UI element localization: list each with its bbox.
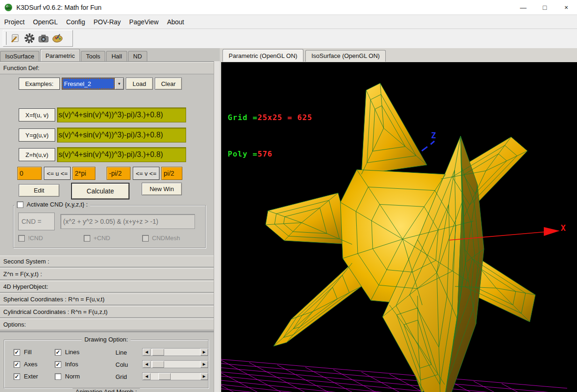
drawing-option-legend: Drawing Option: bbox=[81, 336, 130, 343]
grid-slider-label: Grid bbox=[115, 373, 127, 380]
u-min-input[interactable]: 0 bbox=[17, 167, 42, 180]
cndmesh-label: CNDMesh bbox=[152, 235, 180, 242]
maximize-button[interactable]: □ bbox=[534, 0, 555, 15]
slider-right-arrow-icon[interactable]: ▶ bbox=[200, 373, 208, 380]
palette-icon[interactable] bbox=[50, 31, 65, 45]
exter-checkbox[interactable]: ✓ bbox=[14, 373, 20, 380]
fill-checkbox[interactable]: ✓ bbox=[14, 349, 20, 356]
examples-combobox[interactable]: Fresnel_2 ▼ bbox=[62, 78, 124, 90]
tab-nd[interactable]: ND bbox=[128, 51, 147, 61]
lines-checkbox[interactable]: ✓ bbox=[55, 349, 61, 356]
new-win-button[interactable]: New Win bbox=[142, 183, 182, 195]
view-tab-bar: Parametric (OpenGL ON) IsoSurface (OpenG… bbox=[223, 49, 388, 62]
left-tab-bar: IsoSurface Parametric Tools Hall ND bbox=[0, 49, 148, 61]
axes-label: Axes bbox=[24, 361, 37, 368]
axes-checkbox[interactable]: ✓ bbox=[14, 361, 20, 368]
u-max-input[interactable]: 2*pi bbox=[72, 167, 95, 180]
options-content: Drawing Option: ✓ Fill ✓ Lines ✓ Axes ✓ … bbox=[0, 331, 214, 392]
close-button[interactable]: × bbox=[555, 0, 577, 15]
cnd-expression-input[interactable]: (x^2 + y^2 > 0.05) & (x+y+z > -1) bbox=[60, 214, 195, 229]
floor-grid bbox=[221, 356, 577, 392]
chevron-down-icon[interactable]: ▼ bbox=[115, 78, 123, 89]
slider-right-arrow-icon[interactable]: ▶ bbox=[200, 361, 208, 368]
z-function-label: Z=h(u,v) bbox=[19, 148, 55, 161]
infos-checkbox[interactable]: ✓ bbox=[55, 361, 61, 368]
menu-pageview[interactable]: PageView bbox=[125, 15, 163, 29]
tab-hall[interactable]: Hall bbox=[106, 51, 127, 61]
window-title: K3DSurf v0.6.2: Math for Fun bbox=[16, 4, 101, 11]
section-options[interactable]: Options: bbox=[0, 319, 214, 330]
menu-project[interactable]: Project bbox=[0, 15, 29, 29]
toolbar bbox=[0, 29, 577, 48]
colu-slider-label: Colu bbox=[115, 361, 128, 368]
combobox-selected-value: Fresnel_2 bbox=[62, 78, 115, 89]
title-bar: K3DSurf v0.6.2: Math for Fun — □ × bbox=[0, 0, 577, 15]
menu-povray[interactable]: POV-Ray bbox=[89, 15, 125, 29]
grid-info-label: Grid = bbox=[228, 113, 258, 122]
norm-checkbox[interactable] bbox=[55, 373, 61, 380]
slider-left-arrow-icon[interactable]: ◀ bbox=[143, 373, 151, 380]
line-slider[interactable]: ◀ ▶ bbox=[142, 348, 209, 356]
not-cnd-label: !CND bbox=[28, 235, 43, 242]
notepad-icon[interactable] bbox=[8, 31, 22, 45]
slider-left-arrow-icon[interactable]: ◀ bbox=[143, 361, 151, 368]
fill-label: Fill bbox=[24, 349, 32, 356]
menu-opengl[interactable]: OpenGL bbox=[29, 15, 62, 29]
examples-button[interactable]: Examples: bbox=[19, 78, 60, 90]
v-max-input[interactable]: pi/2 bbox=[161, 167, 182, 180]
section-4d-hyperobject[interactable]: 4D HyperObject: bbox=[0, 281, 214, 292]
section-zn-fxyt[interactable]: Z^n = F(x,y,t) : bbox=[0, 268, 214, 280]
edit-button[interactable]: Edit bbox=[19, 184, 59, 197]
view-tab-parametric[interactable]: Parametric (OpenGL ON) bbox=[223, 49, 303, 62]
viewport-info: Grid =25x25 = 625 Poly =576 bbox=[228, 87, 312, 185]
panel-scrollbar[interactable] bbox=[214, 61, 220, 392]
x-function-label: X=f(u, v) bbox=[19, 108, 55, 121]
calculate-button[interactable]: Calculate bbox=[71, 183, 130, 200]
tab-parametric[interactable]: Parametric bbox=[40, 49, 80, 61]
infos-label: Infos bbox=[65, 361, 78, 368]
z-axis-label: Z bbox=[431, 131, 436, 140]
camera-icon[interactable] bbox=[36, 31, 50, 45]
not-cnd-checkbox[interactable] bbox=[18, 235, 25, 242]
v-range-label: <= v <= bbox=[133, 167, 159, 180]
minimize-button[interactable]: — bbox=[512, 0, 534, 15]
tab-isosurface[interactable]: IsoSurface bbox=[0, 51, 39, 61]
x-function-input[interactable]: s(v)^4+sin(v)^4))^3)-pi)/3.)+0.8) bbox=[57, 107, 186, 122]
load-button[interactable]: Load bbox=[126, 78, 153, 90]
clear-button[interactable]: Clear bbox=[155, 78, 182, 90]
v-min-input[interactable]: -pi/2 bbox=[107, 167, 130, 180]
menu-config[interactable]: Config bbox=[62, 15, 89, 29]
plus-cnd-label: +CND bbox=[94, 235, 110, 242]
section-spherical[interactable]: Spherical Coordinates : R^n = F(u,v,t) bbox=[0, 293, 214, 305]
activate-cnd-checkbox[interactable] bbox=[17, 201, 23, 208]
section-cylindrical[interactable]: Cylindrical Coordinates : R^n = F(u,z,t) bbox=[0, 306, 214, 318]
poly-info-label: Poly = bbox=[228, 150, 258, 158]
colu-slider[interactable]: ◀ ▶ bbox=[142, 360, 209, 368]
z-function-input[interactable]: s(v)^4+sin(v)^4))^3)-pi)/3.)+0.8) bbox=[57, 147, 186, 162]
cnd-equals-button[interactable]: CND = bbox=[18, 213, 55, 230]
lines-label: Lines bbox=[65, 349, 79, 356]
colu-slider-thumb[interactable] bbox=[152, 361, 164, 368]
drawing-option-group: Drawing Option: ✓ Fill ✓ Lines ✓ Axes ✓ … bbox=[4, 340, 209, 388]
gear-icon[interactable] bbox=[22, 31, 36, 45]
grid-info-value: 25x25 = 625 bbox=[258, 113, 312, 122]
x-axis-label: X bbox=[561, 223, 566, 233]
section-second-system[interactable]: Second System : bbox=[0, 256, 214, 267]
slider-left-arrow-icon[interactable]: ◀ bbox=[143, 349, 151, 356]
menu-bar: Project OpenGL Config POV-Ray PageView A… bbox=[0, 15, 577, 29]
view-tab-isosurface[interactable]: IsoSurface (OpenGL ON) bbox=[305, 50, 386, 62]
grid-slider[interactable]: ◀ ▶ bbox=[142, 372, 209, 380]
line-slider-thumb[interactable] bbox=[152, 349, 164, 356]
x-axis-arrowhead bbox=[544, 227, 560, 236]
norm-label: Norm bbox=[65, 373, 80, 380]
opengl-viewport[interactable]: Z X Grid =25x25 = 625 Poly =576 bbox=[221, 62, 577, 392]
menu-about[interactable]: About bbox=[163, 15, 188, 29]
slider-right-arrow-icon[interactable]: ▶ bbox=[200, 349, 208, 356]
tab-tools[interactable]: Tools bbox=[81, 51, 105, 61]
cnd-group: Activate CND {x,y,z,t} : CND = (x^2 + y^… bbox=[13, 205, 206, 248]
cndmesh-checkbox[interactable] bbox=[142, 235, 149, 242]
toolbar-grip[interactable] bbox=[4, 32, 7, 45]
plus-cnd-checkbox[interactable] bbox=[84, 235, 90, 242]
y-function-input[interactable]: s(v)^4+sin(v)^4))^3)-pi)/3.)+0.8) bbox=[57, 128, 186, 143]
grid-slider-thumb[interactable] bbox=[159, 373, 171, 380]
